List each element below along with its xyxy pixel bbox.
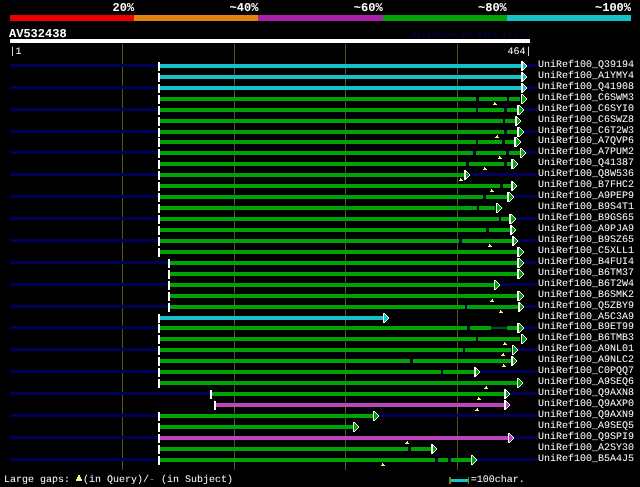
svg-text:AlignView.pm Beta rel.7: AlignView.pm Beta rel.7 — [411, 30, 528, 40]
svg-text:UniRef100_Q41908: UniRef100_Q41908 — [538, 81, 634, 93]
svg-text:UniRef100_B9S4T1: UniRef100_B9S4T1 — [538, 201, 634, 213]
svg-text:|1: |1 — [10, 46, 22, 58]
svg-text:UniRef100_A9NL01: UniRef100_A9NL01 — [538, 343, 634, 355]
svg-text:~40%: ~40% — [230, 1, 260, 15]
svg-text:UniRef100_A7PUM2: UniRef100_A7PUM2 — [538, 146, 634, 158]
svg-text:UniRef100_B6SMK2: UniRef100_B6SMK2 — [538, 289, 634, 301]
svg-text:UniRef100_B6T2W4: UniRef100_B6T2W4 — [538, 278, 634, 290]
svg-text:UniRef100_Q9SPI9: UniRef100_Q9SPI9 — [538, 431, 634, 443]
svg-text:UniRef100_Q9AXP0: UniRef100_Q9AXP0 — [538, 398, 634, 410]
svg-text:UniRef100_C6SWM3: UniRef100_C6SWM3 — [538, 92, 634, 104]
svg-text:UniRef100_A7QVP6: UniRef100_A7QVP6 — [538, 135, 634, 147]
svg-text:UniRef100_B7FHC2: UniRef100_B7FHC2 — [538, 179, 634, 191]
svg-text:UniRef100_Q39194: UniRef100_Q39194 — [538, 59, 634, 71]
svg-text:UniRef100_A9PEP9: UniRef100_A9PEP9 — [538, 190, 634, 202]
svg-text:UniRef100_B9GS65: UniRef100_B9GS65 — [538, 212, 634, 224]
svg-text:UniRef100_C6SWZ8: UniRef100_C6SWZ8 — [538, 114, 634, 126]
svg-text:UniRef100_B6TM37: UniRef100_B6TM37 — [538, 267, 634, 279]
svg-text:UniRef100_A2SY30: UniRef100_A2SY30 — [538, 442, 634, 454]
svg-text:UniRef100_A9SEQ5: UniRef100_A9SEQ5 — [538, 420, 634, 432]
svg-text:AV532438: AV532438 — [9, 27, 67, 41]
svg-text:UniRef100_B5A4J5: UniRef100_B5A4J5 — [538, 453, 634, 465]
svg-text:UniRef100_B4FUI4: UniRef100_B4FUI4 — [538, 256, 634, 268]
svg-text:UniRef100_C6SYI0: UniRef100_C6SYI0 — [538, 103, 634, 115]
svg-text:UniRef100_B6TMB3: UniRef100_B6TMB3 — [538, 332, 634, 344]
svg-text:464|: 464| — [507, 46, 531, 58]
svg-text:~100%: ~100% — [595, 1, 632, 15]
svg-text:-: - — [149, 475, 155, 486]
svg-text:UniRef100_A9PJA9: UniRef100_A9PJA9 — [538, 223, 634, 235]
svg-text:UniRef100_Q8W536: UniRef100_Q8W536 — [538, 168, 634, 180]
svg-text:~80%: ~80% — [478, 1, 508, 15]
svg-text:~60%: ~60% — [354, 1, 384, 15]
svg-text:UniRef100_A1YMY4: UniRef100_A1YMY4 — [538, 70, 634, 82]
svg-text:20%: 20% — [113, 1, 135, 15]
svg-text:UniRef100_Q9AXN9: UniRef100_Q9AXN9 — [538, 409, 634, 421]
svg-text:=100char.: =100char. — [471, 474, 525, 486]
svg-text:(in Subject): (in Subject) — [161, 474, 233, 486]
svg-text:UniRef100_B9ET99: UniRef100_B9ET99 — [538, 321, 634, 333]
svg-text:UniRef100_A9SEQ6: UniRef100_A9SEQ6 — [538, 376, 634, 388]
svg-text:UniRef100_Q5ZBY9: UniRef100_Q5ZBY9 — [538, 300, 634, 312]
svg-text:UniRef100_B9SZ65: UniRef100_B9SZ65 — [538, 234, 634, 246]
svg-text:UniRef100_Q9AXN8: UniRef100_Q9AXN8 — [538, 387, 634, 399]
svg-text:UniRef100_C5XLL1: UniRef100_C5XLL1 — [538, 245, 634, 257]
svg-text:UniRef100_C0PQQ7: UniRef100_C0PQQ7 — [538, 365, 634, 377]
svg-text:(in Query)/: (in Query)/ — [83, 474, 149, 486]
svg-text:Large gaps:: Large gaps: — [4, 475, 70, 486]
svg-text:UniRef100_A9NLC2: UniRef100_A9NLC2 — [538, 354, 634, 366]
svg-text:UniRef100_Q41387: UniRef100_Q41387 — [538, 157, 634, 169]
